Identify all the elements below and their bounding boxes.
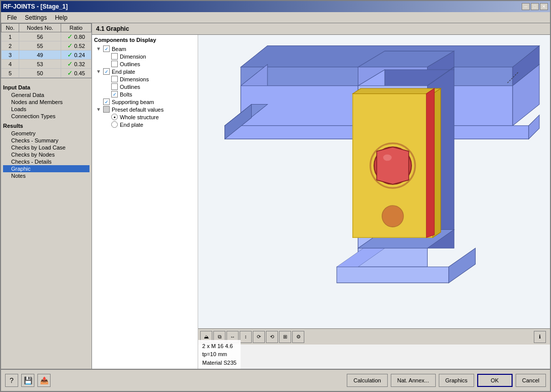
nav-results-item[interactable]: Checks by Load Case <box>3 144 89 151</box>
maximize-button[interactable]: □ <box>531 3 539 10</box>
tree-label: Beam <box>112 46 126 52</box>
svg-marker-19 <box>337 267 448 283</box>
cell-no: 2 <box>2 41 19 51</box>
bottom-bar: ? 💾 📤 Calculation Nat. Annex... Graphics… <box>1 369 550 391</box>
table-row[interactable]: 3 49 ✓ 0.24 <box>2 51 91 60</box>
tree-label: Preset default values <box>112 107 164 113</box>
expand-icon: ▼ <box>96 69 103 74</box>
title-bar-buttons: ─ □ ✕ <box>522 3 548 10</box>
tree-item[interactable]: Outlines <box>94 60 196 68</box>
cell-no: 1 <box>2 32 19 41</box>
graphics-button[interactable]: Graphics <box>439 374 474 387</box>
col-header-ratio: Ratio <box>61 24 91 32</box>
tree-item[interactable]: Dimensions <box>94 75 196 83</box>
tree-item[interactable]: ✓Supporting beam <box>94 98 196 106</box>
cell-no: 4 <box>2 60 19 69</box>
checkbox[interactable]: ✓ <box>103 45 110 52</box>
menu-settings[interactable]: Settings <box>21 13 51 22</box>
menu-help[interactable]: Help <box>51 13 72 22</box>
cell-ratio: ✓ 0.32 <box>61 60 91 69</box>
nav-results-item[interactable]: Notes <box>3 172 89 179</box>
cell-node: 55 <box>19 41 61 51</box>
checkbox[interactable] <box>111 61 118 67</box>
toolbar-btn-info[interactable]: ℹ <box>534 331 546 343</box>
nav-tree: Input Data General DataNodes and Members… <box>1 78 91 369</box>
cell-no: 5 <box>2 69 19 78</box>
table-row[interactable]: 5 50 ✓ 0.45 <box>2 69 91 78</box>
toolbar-btn-8[interactable]: ⚙ <box>292 331 304 343</box>
tree-label: Dimension <box>120 54 146 60</box>
checkbox[interactable] <box>111 53 118 60</box>
toolbar-btn-6[interactable]: ⟲ <box>266 331 278 343</box>
tree-item[interactable]: Dimension <box>94 53 196 60</box>
nav-results-item[interactable]: Geometry <box>3 130 89 137</box>
cell-node: 53 <box>19 60 61 69</box>
nav-input-item[interactable]: General Data <box>3 91 89 99</box>
col-header-nodes: Nodes No. <box>19 24 61 32</box>
info-line2: tp=10 mm <box>202 350 237 359</box>
tree-label: End plate <box>120 122 143 128</box>
nav-input-item[interactable]: Nodes and Members <box>3 99 89 106</box>
nav-results-item[interactable]: Checks - Details <box>3 158 89 165</box>
right-panel: 4.1 Graphic Components to Display ▼✓Beam… <box>92 23 550 369</box>
help-icon-button[interactable]: ? <box>5 374 18 387</box>
tree-label: Bolts <box>120 91 132 97</box>
checkbox[interactable] <box>111 83 118 90</box>
export-icon-button[interactable]: 📤 <box>37 374 51 387</box>
tree-label: Outlines <box>120 84 140 90</box>
ok-button[interactable]: OK <box>477 374 513 387</box>
3d-view[interactable]: 2 x M 16 4.6 tp=10 mm Material S235 ⛰ ⧉ … <box>198 35 550 369</box>
tree-item[interactable]: ▼✓End plate <box>94 68 196 75</box>
tree-item[interactable]: ✓Bolts <box>94 90 196 98</box>
calculation-button[interactable]: Calculation <box>347 374 387 387</box>
table-row[interactable]: 2 55 ✓ 0.52 <box>2 41 91 51</box>
nav-results-item[interactable]: Checks - Summary <box>3 137 89 144</box>
nat-annex-button[interactable]: Nat. Annex... <box>391 374 436 387</box>
save-icon-button[interactable]: 💾 <box>21 374 34 387</box>
tree-item[interactable]: Outlines <box>94 83 196 90</box>
tree-item[interactable]: End plate <box>94 121 196 128</box>
tree-item[interactable]: ▼Preset default values <box>94 106 196 113</box>
radio-btn[interactable] <box>111 114 118 120</box>
nav-section-results: Results <box>3 123 89 129</box>
tree-label: Outlines <box>120 61 140 67</box>
tree-item[interactable]: Whole structure <box>94 113 196 121</box>
cell-ratio: ✓ 0.80 <box>61 32 91 41</box>
checkbox[interactable] <box>111 76 118 82</box>
minimize-button[interactable]: ─ <box>522 3 530 10</box>
nav-input-item[interactable]: Loads <box>3 106 89 113</box>
cancel-button[interactable]: Cancel <box>516 374 546 387</box>
toolbar-btn-5[interactable]: ⟳ <box>253 331 265 343</box>
cell-node: 56 <box>19 32 61 41</box>
toolbar-btn-7[interactable]: ⊞ <box>279 331 291 343</box>
checkbox[interactable]: ✓ <box>111 91 118 97</box>
nav-input-item[interactable]: Connection Types <box>3 113 89 120</box>
nav-results-item[interactable]: Graphic <box>3 165 89 172</box>
cell-node: 50 <box>19 69 61 78</box>
col-header-no: No. <box>2 24 19 32</box>
close-button[interactable]: ✕ <box>540 3 548 10</box>
menu-bar: File Settings Help <box>1 12 550 23</box>
table-row[interactable]: 4 53 ✓ 0.32 <box>2 60 91 69</box>
expand-icon: ▼ <box>96 107 103 112</box>
tree-item[interactable]: ▼✓Beam <box>94 45 196 53</box>
menu-file[interactable]: File <box>3 13 21 22</box>
radio-btn[interactable] <box>111 121 118 128</box>
table-row[interactable]: 1 56 ✓ 0.80 <box>2 32 91 41</box>
tree-label: End plate <box>112 69 135 75</box>
checkbox[interactable] <box>103 106 110 113</box>
cell-no: 3 <box>2 51 19 60</box>
window-title: RF-JOINTS - [Stage_1] <box>3 3 68 10</box>
checkbox[interactable]: ✓ <box>103 99 110 105</box>
svg-marker-8 <box>225 126 358 139</box>
checkbox[interactable]: ✓ <box>103 68 110 75</box>
svg-point-31 <box>382 206 403 227</box>
components-tree-panel: Components to Display ▼✓BeamDimensionOut… <box>92 35 198 369</box>
3d-canvas <box>198 35 550 328</box>
nav-results-item[interactable]: Checks by Nodes <box>3 151 89 158</box>
svg-marker-26 <box>426 88 434 237</box>
beam-model-svg <box>198 35 550 328</box>
toolbar-btn-4[interactable]: ↕ <box>240 331 252 343</box>
expand-icon: ▼ <box>96 46 103 52</box>
left-panel: No. Nodes No. Ratio 1 56 ✓ 0.80 2 55 ✓ 0… <box>1 23 92 369</box>
